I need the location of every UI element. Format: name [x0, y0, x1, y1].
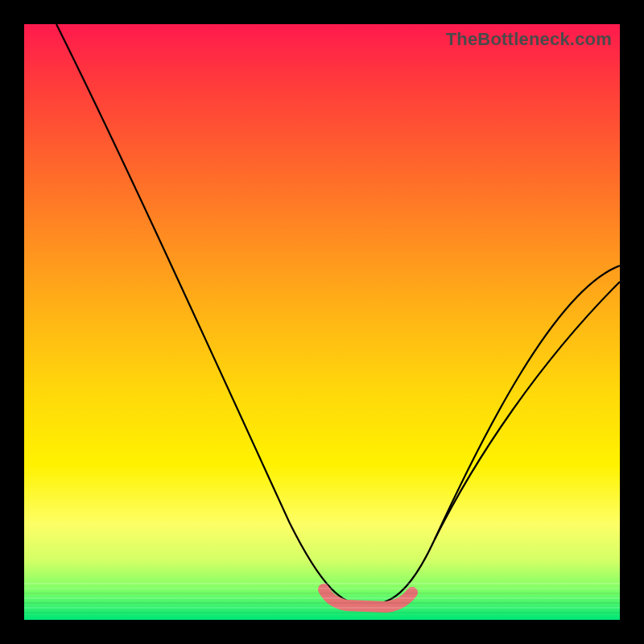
chart-svg — [24, 24, 620, 620]
plot-area: TheBottleneck.com — [24, 24, 620, 620]
bottleneck-curve — [56, 24, 620, 605]
bottleneck-curve-right — [435, 282, 620, 539]
chart-frame: TheBottleneck.com — [0, 0, 644, 644]
